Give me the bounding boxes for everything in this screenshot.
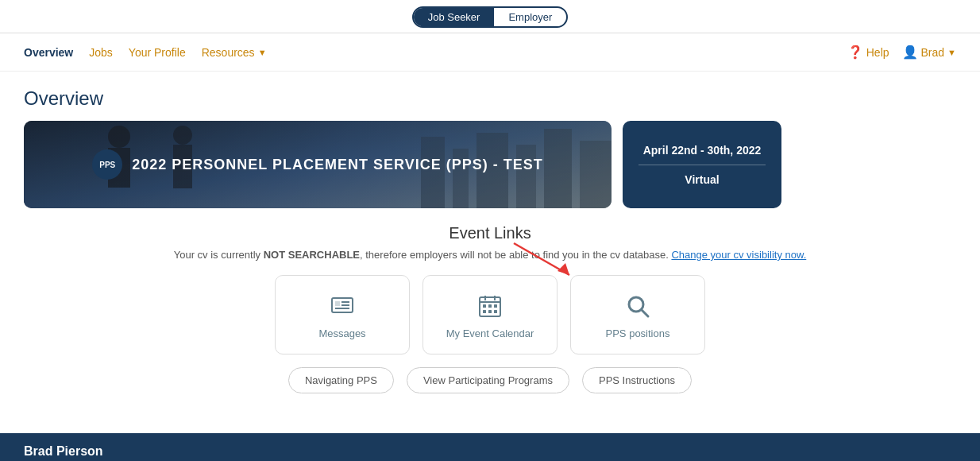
- banner-area: PPS 2022 PERSONNEL PLACEMENT SERVICE (PP…: [24, 121, 956, 208]
- pps-positions-card[interactable]: PPS positions: [570, 275, 705, 354]
- role-toggle-group: Job Seeker Employer: [412, 6, 569, 28]
- top-toggle-bar: Job Seeker Employer: [0, 0, 980, 33]
- help-circle-icon: ❓: [847, 45, 863, 60]
- svg-rect-5: [544, 129, 572, 208]
- calendar-label: My Event Calendar: [446, 327, 534, 339]
- nav-overview[interactable]: Overview: [24, 46, 73, 59]
- nav-resources[interactable]: Resources: [202, 46, 255, 59]
- nav-bar: Overview Jobs Your Profile Resources ▼ ❓…: [0, 33, 980, 72]
- messages-icon: [327, 291, 357, 321]
- svg-line-28: [642, 310, 648, 316]
- navigating-pps-button[interactable]: Navigating PPS: [288, 367, 394, 393]
- svg-rect-6: [580, 141, 612, 208]
- pps-positions-label: PPS positions: [606, 327, 670, 339]
- messages-label: Messages: [318, 327, 365, 339]
- cv-visibility-link[interactable]: Change your cv visibility now.: [671, 249, 806, 261]
- date-divider: [639, 165, 766, 165]
- cards-row: Messages: [24, 275, 956, 354]
- footer-bar: Brad Pierson: [0, 433, 980, 461]
- cv-notice-prefix: Your cv is currently: [174, 249, 264, 261]
- calendar-icon: [475, 291, 505, 321]
- cv-notice-strong: NOT SEARCHABLE: [264, 249, 360, 261]
- nav-jobs[interactable]: Jobs: [89, 46, 113, 59]
- user-menu[interactable]: 👤 Brad ▼: [902, 45, 956, 60]
- help-link[interactable]: ❓ Help: [847, 45, 889, 60]
- banner-text-area: PPS 2022 PERSONNEL PLACEMENT SERVICE (PP…: [92, 149, 542, 180]
- footer-name: Brad Pierson: [24, 444, 103, 458]
- svg-marker-12: [558, 263, 569, 275]
- svg-rect-22: [488, 304, 492, 308]
- bottom-btns-row: Navigating PPS View Participating Progra…: [24, 367, 956, 393]
- help-label: Help: [866, 46, 889, 59]
- pps-instructions-button[interactable]: PPS Instructions: [582, 367, 692, 393]
- event-links-title: Event Links: [24, 224, 956, 242]
- messages-card[interactable]: Messages: [275, 275, 410, 354]
- nav-your-profile[interactable]: Your Profile: [129, 46, 186, 59]
- main-content: Overview: [0, 72, 980, 425]
- view-programs-button[interactable]: View Participating Programs: [407, 367, 569, 393]
- banner-image: PPS 2022 PERSONNEL PLACEMENT SERVICE (PP…: [24, 121, 612, 208]
- search-icon: [623, 291, 653, 321]
- job-seeker-toggle[interactable]: Job Seeker: [414, 8, 495, 26]
- nav-links: Overview Jobs Your Profile Resources ▼: [24, 46, 267, 59]
- svg-point-7: [108, 126, 130, 148]
- employer-toggle[interactable]: Employer: [494, 8, 566, 26]
- svg-rect-21: [483, 304, 486, 308]
- svg-rect-25: [488, 310, 492, 313]
- svg-rect-24: [483, 310, 486, 313]
- pps-logo: PPS: [92, 149, 122, 180]
- user-label: Brad: [921, 46, 945, 59]
- user-icon: 👤: [902, 45, 918, 60]
- svg-rect-23: [494, 304, 497, 308]
- resources-chevron-icon: ▼: [258, 48, 267, 57]
- event-links-section: Event Links Your cv is currently NOT SEA…: [24, 224, 956, 393]
- svg-rect-26: [494, 310, 497, 313]
- svg-point-9: [173, 126, 192, 145]
- date-text: April 22nd - 30th, 2022: [643, 144, 762, 157]
- banner-title: 2022 PERSONNEL PLACEMENT SERVICE (PPS) -…: [132, 157, 542, 173]
- cv-notice-suffix: , therefore employers will not be able t…: [360, 249, 669, 261]
- banner-date-card: April 22nd - 30th, 2022 Virtual: [623, 121, 781, 208]
- page-title: Overview: [24, 87, 956, 110]
- cards-container: Messages: [24, 275, 956, 354]
- cv-notice: Your cv is currently NOT SEARCHABLE, the…: [24, 249, 956, 261]
- virtual-text: Virtual: [685, 173, 719, 186]
- calendar-card[interactable]: My Event Calendar: [422, 275, 558, 354]
- nav-right: ❓ Help 👤 Brad ▼: [847, 45, 956, 60]
- user-chevron-icon: ▼: [947, 48, 956, 57]
